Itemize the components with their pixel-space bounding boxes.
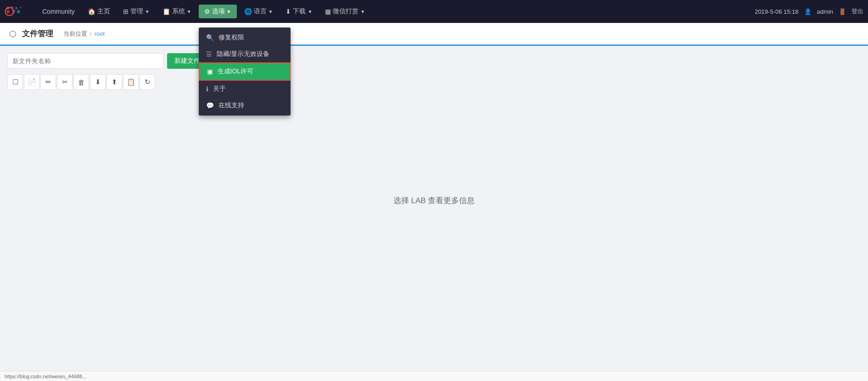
- toolbar-row: 新建文件夹: [7, 53, 861, 69]
- brand-logo[interactable]: e v e: [5, 3, 32, 20]
- datetime-display: 2019-5-06 15:18: [755, 8, 798, 15]
- download-chevron: ▼: [308, 9, 312, 14]
- dropdown-fix-permissions[interactable]: 🔍 修复权限: [199, 29, 291, 46]
- breadcrumb-root[interactable]: root: [95, 30, 105, 37]
- nav-manage[interactable]: ⊞ 管理 ▼: [118, 5, 155, 18]
- nav-system[interactable]: 📋 系统 ▼: [157, 5, 197, 18]
- info-icon: ℹ: [206, 85, 208, 93]
- file-manager-icon: ⬡: [9, 29, 17, 39]
- download-button[interactable]: ⬇: [90, 74, 106, 90]
- cut-button[interactable]: ✂: [57, 74, 73, 90]
- svg-text:e: e: [17, 8, 20, 15]
- options-icon: ⚙: [204, 8, 210, 15]
- copy-button[interactable]: 📋: [123, 74, 139, 90]
- logout-icon: 🚪: [839, 8, 846, 15]
- list-icon: ☰: [206, 50, 212, 58]
- options-dropdown: 🔍 修复权限 ☰ 隐藏/显示无效设备 ▣ 生成IOL许可 ℹ 关于 💬: [199, 28, 291, 116]
- new-file-button[interactable]: 📄: [24, 74, 39, 90]
- breadcrumb: 当前位置 / root: [63, 30, 105, 38]
- main-content: 选择 LAB 查看更多信息: [7, 97, 861, 304]
- manage-chevron: ▼: [145, 9, 150, 14]
- manage-icon: ⊞: [123, 8, 129, 15]
- nav-right: 2019-5-06 15:18 👤 admin 🚪 登出: [755, 7, 863, 16]
- svg-text:v: v: [12, 8, 16, 15]
- svg-point-7: [20, 7, 21, 8]
- dropdown-hide-show[interactable]: ☰ 隐藏/显示无效设备: [199, 46, 291, 62]
- search-icon: 🔍: [206, 34, 214, 41]
- globe-icon: 🌐: [244, 8, 252, 15]
- home-icon: 🏠: [88, 8, 95, 15]
- dropdown-online-support[interactable]: 💬 在线支持: [199, 97, 291, 114]
- wechat-icon: ▦: [325, 8, 331, 15]
- svg-point-6: [15, 7, 17, 9]
- nav-home[interactable]: 🏠 主页: [82, 5, 116, 18]
- chat-icon: 💬: [206, 102, 214, 109]
- content-area: 新建文件夹 ☐ 📄 ✏ ✂ 🗑 ⬇ ⬆ 📋 ↻ 选择 LAB 查看更多信息: [0, 46, 868, 311]
- admin-link[interactable]: admin: [817, 8, 833, 15]
- edit-button[interactable]: ✏: [40, 74, 56, 90]
- license-icon: ▣: [207, 68, 213, 75]
- icon-toolbar: ☐ 📄 ✏ ✂ 🗑 ⬇ ⬆ 📋 ↻: [7, 74, 861, 90]
- breadcrumb-separator: /: [90, 30, 92, 37]
- system-icon: 📋: [162, 8, 170, 15]
- logout-link[interactable]: 登出: [851, 7, 863, 16]
- wechat-chevron: ▼: [360, 9, 365, 14]
- download-icon: ⬇: [286, 8, 291, 15]
- delete-button[interactable]: 🗑: [73, 74, 89, 90]
- system-chevron: ▼: [187, 9, 191, 14]
- options-chevron: ▼: [227, 9, 231, 14]
- nav-items: Community 🏠 主页 ⊞ 管理 ▼ 📋 系统 ▼ ⚙ 选项 ▼ 🔍: [37, 5, 755, 18]
- empty-message: 选择 LAB 查看更多信息: [393, 195, 475, 206]
- nav-community[interactable]: Community: [37, 5, 80, 18]
- sub-header: ⬡ 文件管理 当前位置 / root: [0, 23, 868, 46]
- page-title: 文件管理: [22, 28, 53, 39]
- select-all-button[interactable]: ☐: [7, 74, 23, 90]
- nav-options-wrapper: ⚙ 选项 ▼ 🔍 修复权限 ☰ 隐藏/显示无效设备 ▣ 生成IOL许可: [199, 5, 237, 18]
- dropdown-generate-iol[interactable]: ▣ 生成IOL许可: [199, 62, 291, 81]
- dropdown-about[interactable]: ℹ 关于: [199, 81, 291, 97]
- nav-language[interactable]: 🌐 语言 ▼: [239, 5, 279, 18]
- svg-point-4: [7, 7, 10, 10]
- upload-button[interactable]: ⬆: [106, 74, 122, 90]
- nav-download[interactable]: ⬇ 下载 ▼: [280, 5, 318, 18]
- breadcrumb-current-label: 当前位置: [63, 30, 87, 38]
- nav-options[interactable]: ⚙ 选项 ▼: [199, 5, 237, 18]
- navbar: e v e Community 🏠 主页 ⊞ 管理 ▼ 📋 系统 ▼: [0, 0, 868, 23]
- user-icon: 👤: [804, 8, 812, 15]
- svg-point-5: [11, 6, 13, 9]
- folder-name-input[interactable]: [7, 53, 163, 69]
- refresh-button[interactable]: ↻: [140, 74, 155, 90]
- nav-wechat[interactable]: ▦ 微信打赏 ▼: [319, 5, 370, 18]
- language-chevron: ▼: [269, 9, 273, 14]
